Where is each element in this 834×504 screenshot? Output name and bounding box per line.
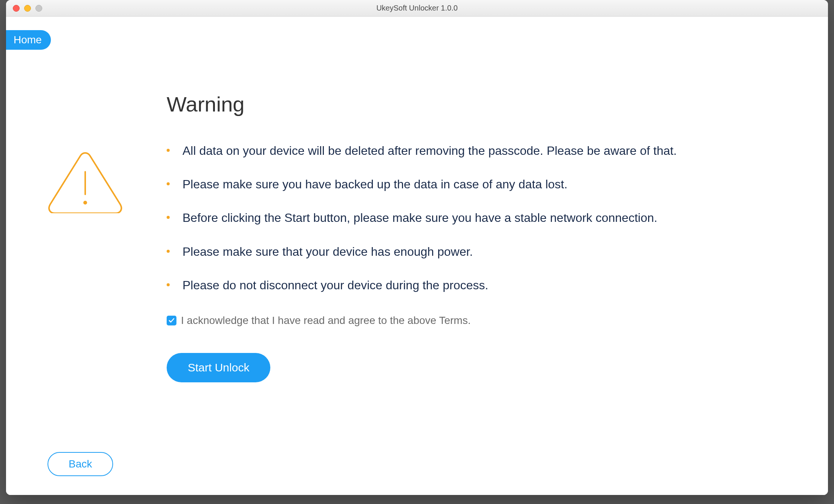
list-item: Please do not disconnect your device dur… [167, 277, 798, 293]
list-item: Please make sure that your device has en… [167, 244, 798, 260]
list-item: Please make sure you have backed up the … [167, 176, 798, 192]
minimize-window-button[interactable] [24, 5, 31, 12]
acknowledge-checkbox[interactable] [167, 316, 176, 325]
close-window-button[interactable] [13, 5, 20, 12]
page-title: Warning [167, 92, 798, 116]
back-button[interactable]: Back [48, 452, 113, 476]
window-title: UkeySoft Unlocker 1.0.0 [6, 4, 828, 12]
maximize-window-button[interactable] [35, 5, 42, 12]
app-window: UkeySoft Unlocker 1.0.0 Home Warning All… [6, 0, 828, 495]
warning-list: All data on your device will be deleted … [167, 143, 798, 293]
acknowledge-row: I acknowledge that I have read and agree… [167, 315, 798, 327]
svg-point-1 [84, 202, 86, 204]
start-unlock-button[interactable]: Start Unlock [167, 353, 270, 382]
warning-triangle-icon [48, 149, 123, 213]
titlebar: UkeySoft Unlocker 1.0.0 [6, 0, 828, 17]
home-tab[interactable]: Home [6, 30, 51, 50]
main-panel: Warning All data on your device will be … [167, 92, 798, 382]
list-item: All data on your device will be deleted … [167, 143, 798, 159]
checkmark-icon [169, 318, 175, 324]
list-item: Before clicking the Start button, please… [167, 210, 798, 226]
acknowledge-label: I acknowledge that I have read and agree… [181, 315, 471, 327]
content-area: Home Warning All data on your device wil… [6, 17, 828, 495]
window-controls [6, 5, 42, 12]
